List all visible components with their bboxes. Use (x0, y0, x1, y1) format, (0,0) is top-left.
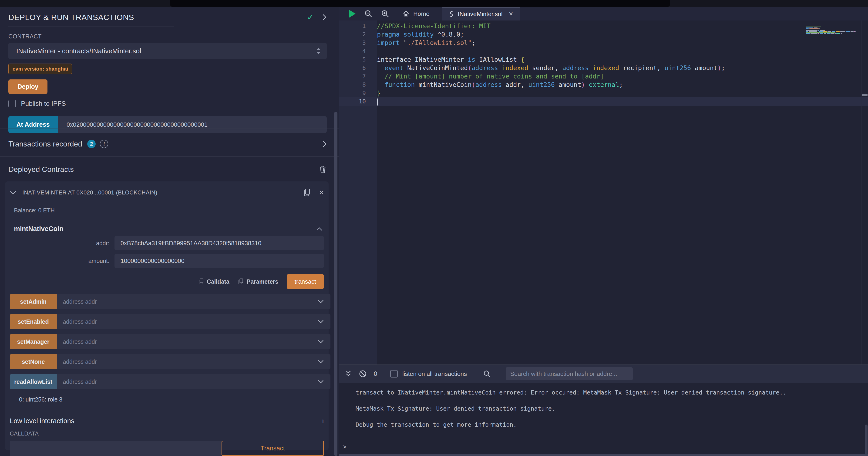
code-line[interactable]: 2pragma solidity ^0.8.0; (339, 30, 868, 39)
addr-param-input[interactable] (115, 236, 324, 250)
code-line[interactable]: 6 event NativeCoinMinted(address indexed… (339, 64, 868, 72)
editor-minimap[interactable] (806, 27, 862, 36)
transactions-count-badge: 2 (87, 140, 96, 148)
terminal-log-line: MetaMask Tx Signature: User denied trans… (355, 405, 868, 412)
calldata-input[interactable] (10, 440, 221, 456)
terminal-collapse-icon[interactable] (345, 370, 352, 377)
transact-button[interactable]: transact (287, 274, 324, 289)
publish-ipfs-label: Publish to IPFS (21, 100, 66, 107)
contract-label: CONTRACT (8, 33, 327, 40)
contract-select-value: INativeMinter - contracts/INativeMinter.… (16, 47, 141, 55)
terminal-hscrollbar[interactable] (339, 454, 868, 456)
terminal-panel: 0 listen on all transactions transact to… (339, 365, 868, 456)
compile-success-check-icon: ✓ (307, 13, 314, 22)
setNone-expand-chevron-icon[interactable] (317, 360, 324, 364)
readAllowList-button[interactable]: readAllowList (10, 374, 57, 389)
function-row-setManager: setManager (10, 334, 324, 349)
remix-ide: DEPLOY & RUN TRANSACTIONS ✓ CONTRACT INa… (0, 0, 868, 456)
terminal-log-line: Debug the transaction to get more inform… (355, 421, 868, 428)
transactions-info-icon[interactable]: i (100, 140, 108, 148)
line-number: 7 (339, 72, 377, 81)
setManager-expand-chevron-icon[interactable] (317, 340, 324, 344)
clear-console-icon[interactable] (359, 370, 367, 378)
at-address-button[interactable]: At Address (8, 116, 58, 133)
remove-instance-icon[interactable]: ✕ (319, 189, 324, 196)
setNone-button[interactable]: setNone (10, 354, 57, 369)
code-line[interactable]: 4 (339, 47, 868, 55)
function-row-setAdmin: setAdmin (10, 294, 324, 309)
code-line[interactable]: 3import "./IAllowList.sol"; (339, 39, 868, 47)
text-cursor (377, 98, 378, 106)
copy-icon (198, 278, 204, 285)
code-line[interactable]: 1//SPDX-License-Identifier: MIT (339, 22, 868, 30)
function-collapse-chevron-icon[interactable] (316, 227, 322, 231)
amount-param-input[interactable] (115, 254, 324, 268)
at-address-input[interactable] (58, 116, 327, 133)
read-allow-list-output: 0: uint256: role 3 (19, 396, 324, 403)
code-line[interactable]: 8 function mintNativeCoin(address addr, … (339, 81, 868, 89)
setManager-button[interactable]: setManager (10, 334, 57, 349)
tab-inativeminter-sol[interactable]: INativeMinter.sol ✕ (442, 7, 520, 21)
copy-parameters-button[interactable]: Parameters (238, 278, 278, 285)
line-number: 10 (339, 97, 377, 106)
publish-ipfs-checkbox[interactable] (8, 100, 16, 107)
setEnabled-button[interactable]: setEnabled (10, 314, 57, 329)
contract-instance-title[interactable]: INATIVEMINTER AT 0X020...00001 (BLOCKCHA… (22, 189, 157, 196)
setAdmin-button[interactable]: setAdmin (10, 294, 57, 309)
code-editor[interactable]: 1//SPDX-License-Identifier: MIT2pragma s… (339, 21, 868, 365)
setAdmin-expand-chevron-icon[interactable] (317, 300, 324, 304)
code-lines: 1//SPDX-License-Identifier: MIT2pragma s… (339, 22, 868, 106)
contract-balance: Balance: 0 ETH (14, 207, 324, 214)
line-number: 4 (339, 47, 377, 55)
low-level-divider (10, 411, 324, 411)
tab-home[interactable]: Home (396, 7, 436, 21)
terminal-scrollbar-thumb[interactable] (865, 425, 868, 456)
window-top-strip (0, 0, 868, 7)
run-script-play-icon[interactable] (349, 10, 355, 18)
code-line[interactable]: 7 // Mint [amount] number of native coin… (339, 72, 868, 81)
editor-tabbar: Home INativeMinter.sol ✕ (339, 7, 868, 21)
deploy-button[interactable]: Deploy (8, 79, 48, 94)
listen-all-checkbox[interactable] (390, 370, 398, 377)
copy-icon (238, 278, 244, 285)
clear-deployed-trash-icon[interactable] (319, 165, 327, 174)
panel-title: DEPLOY & RUN TRANSACTIONS (8, 13, 134, 22)
copy-address-icon[interactable] (303, 188, 311, 197)
panel-divider[interactable] (339, 7, 339, 456)
home-icon (403, 10, 409, 17)
evm-version-badge: evm version: shanghai (8, 64, 72, 74)
terminal-prompt: > (343, 443, 346, 451)
low-level-info-icon[interactable]: i (322, 417, 324, 425)
card-collapse-chevron-icon[interactable] (10, 191, 16, 195)
deployed-contracts-header: Deployed Contracts (8, 161, 327, 177)
zoom-in-icon[interactable] (381, 10, 389, 18)
listen-all-label: listen on all transactions (402, 370, 467, 377)
setAdmin-input[interactable] (57, 294, 331, 309)
readAllowList-expand-chevron-icon[interactable] (317, 380, 324, 384)
readAllowList-input[interactable] (57, 374, 331, 389)
close-tab-icon[interactable]: ✕ (509, 11, 514, 17)
zoom-out-icon[interactable] (365, 10, 372, 18)
sidebar-scrollbar-thumb[interactable] (334, 112, 337, 456)
copy-calldata-button[interactable]: Calldata (198, 278, 229, 285)
solidity-file-icon (449, 10, 454, 18)
terminal-toolbar: 0 listen on all transactions (339, 365, 868, 382)
deployed-contracts-label: Deployed Contracts (8, 165, 74, 174)
code-line[interactable]: 10 (339, 97, 868, 106)
code-line[interactable]: 9} (339, 89, 868, 97)
low-level-transact-button[interactable]: Transact (221, 440, 324, 456)
transactions-expand-chevron-icon[interactable] (322, 140, 327, 147)
terminal-output[interactable]: transact to INativeMinter.mintNativeCoin… (339, 382, 868, 451)
transactions-recorded-row[interactable]: Transactions recorded 2 i (8, 135, 327, 153)
setEnabled-expand-chevron-icon[interactable] (317, 319, 324, 324)
setManager-input[interactable] (57, 334, 331, 349)
panel-expand-chevron-icon[interactable] (322, 13, 327, 21)
minimap-separator (861, 21, 862, 365)
code-line[interactable]: 5interface INativeMinter is IAllowList { (339, 55, 868, 64)
setEnabled-input[interactable] (57, 314, 331, 329)
contract-select[interactable]: INativeMinter - contracts/INativeMinter.… (8, 42, 327, 59)
function-row-setEnabled: setEnabled (10, 314, 324, 329)
calldata-label: CALLDATA (10, 430, 324, 437)
terminal-search-input[interactable] (506, 367, 633, 380)
setNone-input[interactable] (57, 354, 331, 369)
